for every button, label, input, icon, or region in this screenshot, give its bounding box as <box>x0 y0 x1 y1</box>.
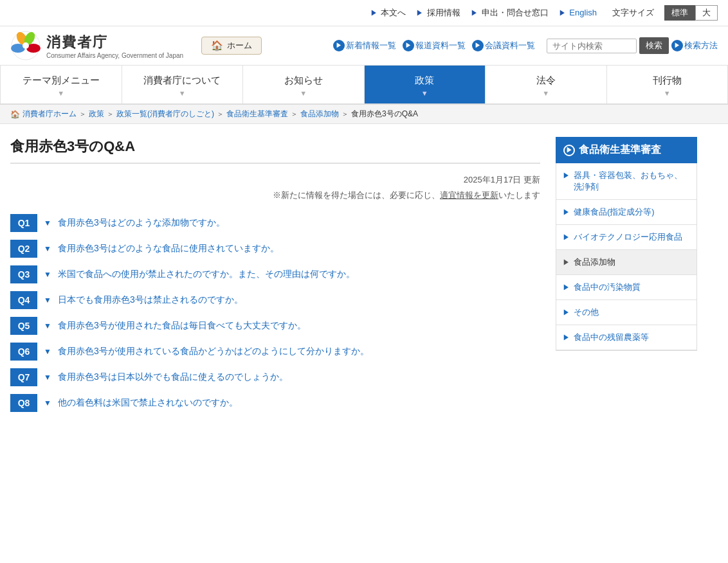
home-button[interactable]: 🏠 ホーム <box>201 37 262 55</box>
qa-link[interactable]: 食用赤色3号はどのような添加物ですか。 <box>58 217 225 229</box>
nav-item-theme[interactable]: テーマ別メニュー ▼ <box>0 66 122 103</box>
header-nav-links: ▶ 新着情報一覧 ▶ 報道資料一覧 ▶ 会議資料一覧 検索 ▶ 検索方法 <box>333 37 718 54</box>
logo-icon <box>10 30 41 61</box>
qa-arrow-icon: ▼ <box>44 244 51 253</box>
top-link-moushide[interactable]: ▶ 申出・問合せ窓口 <box>471 7 549 19</box>
arrow-icon: ▶ <box>563 233 570 242</box>
sidebar-title-icon: ▶ <box>563 145 575 156</box>
qa-badge: Q4 <box>10 291 37 309</box>
qa-item: Q1 ▼ 食用赤色3号はどのような添加物ですか。 <box>10 214 540 232</box>
content-area: 食用赤色3号のQ&A 2025年1月17日 更新 ※新たに情報を得た場合には、必… <box>10 137 540 412</box>
qa-link[interactable]: 食用赤色3号は日本以外でも食品に使えるのでしょうか。 <box>58 371 288 383</box>
qa-link[interactable]: 米国で食品への使用が禁止されたのですか。また、その理由は何ですか。 <box>58 269 355 280</box>
font-size-large-button[interactable]: 大 <box>695 5 718 21</box>
search-method-link[interactable]: ▶ 検索方法 <box>671 40 718 51</box>
header-right: ▶ 新着情報一覧 ▶ 報道資料一覧 ▶ 会議資料一覧 検索 ▶ 検索方法 <box>333 37 718 54</box>
top-link-english[interactable]: ▶ English <box>559 8 597 18</box>
breadcrumb-sep: ＞ <box>341 109 349 119</box>
qa-arrow-icon: ▼ <box>44 373 51 382</box>
search-input[interactable] <box>547 39 637 53</box>
nav-item-about[interactable]: 消費者庁について ▼ <box>122 66 244 103</box>
search-box: 検索 ▶ 検索方法 <box>547 37 718 54</box>
qa-link[interactable]: 他の着色料は米国で禁止されないのですか。 <box>58 397 238 409</box>
logo-subtitle: Consumer Affairs Agency, Government of J… <box>46 52 183 59</box>
nav-item-publication[interactable]: 刊行物 ▼ <box>607 66 729 103</box>
qa-item: Q3 ▼ 米国で食品への使用が禁止されたのですか。また、その理由は何ですか。 <box>10 265 540 283</box>
breadcrumb-policy[interactable]: 政策 <box>89 109 104 120</box>
qa-item: Q2 ▼ 食用赤色3号はどのような食品に使用されていますか。 <box>10 240 540 258</box>
breadcrumb-policy-list[interactable]: 政策一覧(消費者庁のしごと) <box>116 109 214 120</box>
nav-item-news[interactable]: お知らせ ▼ <box>243 66 365 103</box>
sidebar-item-containers[interactable]: ▶ 器具・容器包装、おもちゃ、洗浄剤 <box>556 163 696 200</box>
arrow-icon: ▶ <box>563 171 570 181</box>
down-arrow-icon: ▼ <box>179 89 186 97</box>
breadcrumb-sep: ＞ <box>217 109 224 119</box>
breadcrumb-food-hygiene[interactable]: 食品衛生基準審査 <box>226 109 288 120</box>
qa-badge: Q1 <box>10 214 37 232</box>
qa-arrow-icon: ▼ <box>44 270 51 279</box>
shinchaku-link[interactable]: ▶ 新着情報一覧 <box>333 40 396 51</box>
circle-arrow-icon: ▶ <box>333 40 345 51</box>
breadcrumb-sep: ＞ <box>107 109 114 119</box>
qa-badge: Q2 <box>10 240 37 258</box>
font-size-controls: 標準 大 <box>664 5 718 21</box>
down-arrow-icon: ▼ <box>57 89 64 97</box>
main-nav: テーマ別メニュー ▼ 消費者庁について ▼ お知らせ ▼ 政策 ▼ 法令 ▼ 刊… <box>0 66 728 105</box>
page-title: 食用赤色3号のQ&A <box>10 137 540 164</box>
qa-link[interactable]: 日本でも食用赤色3号は禁止されるのですか。 <box>58 294 243 306</box>
sidebar: ▶ 食品衛生基準審査 ▶ 器具・容器包装、おもちゃ、洗浄剤 ▶ 健康食品(指定成… <box>556 137 697 412</box>
qa-list: Q1 ▼ 食用赤色3号はどのような添加物ですか。 Q2 ▼ 食用赤色3号はどのよ… <box>10 214 540 412</box>
arrow-icon: ▶ <box>370 9 378 17</box>
top-link-saiyou[interactable]: ▶ 採用情報 <box>416 7 460 19</box>
sidebar-title: ▶ 食品衛生基準審査 <box>556 137 697 163</box>
qa-badge: Q8 <box>10 394 37 412</box>
home-breadcrumb-icon: 🏠 <box>10 110 20 119</box>
nav-item-law[interactable]: 法令 ▼ <box>486 66 607 103</box>
top-link-honbun[interactable]: ▶ 本文へ <box>370 7 406 19</box>
qa-item: Q4 ▼ 日本でも食用赤色3号は禁止されるのですか。 <box>10 291 540 309</box>
breadcrumb-food-additive[interactable]: 食品添加物 <box>300 109 339 120</box>
circle-arrow-icon: ▶ <box>472 40 484 51</box>
qa-arrow-icon: ▼ <box>44 321 51 330</box>
qa-badge: Q5 <box>10 317 37 335</box>
sidebar-item-health-food[interactable]: ▶ 健康食品(指定成分等) <box>556 200 696 225</box>
down-arrow-icon: ▼ <box>421 89 428 97</box>
kaigi-link[interactable]: ▶ 会議資料一覧 <box>472 40 535 51</box>
qa-badge: Q7 <box>10 368 37 386</box>
houdou-link[interactable]: ▶ 報道資料一覧 <box>403 40 466 51</box>
circle-arrow-icon: ▶ <box>671 40 683 51</box>
nav-item-policy[interactable]: 政策 ▼ <box>365 66 486 103</box>
arrow-icon: ▶ <box>563 258 570 267</box>
sidebar-item-other[interactable]: ▶ その他 <box>556 300 696 325</box>
house-icon: 🏠 <box>211 40 223 51</box>
qa-arrow-icon: ▼ <box>44 347 51 356</box>
qa-link[interactable]: 食用赤色3号はどのような食品に使用されていますか。 <box>58 243 279 255</box>
font-size-standard-button[interactable]: 標準 <box>664 5 695 21</box>
main-content: 食用赤色3号のQ&A 2025年1月17日 更新 ※新たに情報を得た場合には、必… <box>0 124 707 438</box>
sidebar-item-biotech[interactable]: ▶ バイオテクノロジー応用食品 <box>556 225 696 250</box>
breadcrumb-current: 食用赤色3号のQ&A <box>351 109 418 120</box>
logo-title: 消費者庁 <box>46 33 183 52</box>
breadcrumb-home[interactable]: 消費者庁ホーム <box>23 109 77 120</box>
sidebar-item-pesticides[interactable]: ▶ 食品中の残留農薬等 <box>556 325 696 350</box>
breadcrumb-sep: ＞ <box>291 109 298 119</box>
sidebar-item-food-additives[interactable]: ▶ 食品添加物 <box>556 250 696 275</box>
arrow-icon: ▶ <box>471 9 478 17</box>
qa-arrow-icon: ▼ <box>44 219 51 228</box>
arrow-icon: ▶ <box>563 208 570 217</box>
qa-arrow-icon: ▼ <box>44 296 51 305</box>
arrow-icon: ▶ <box>559 9 566 17</box>
logo-text: 消費者庁 Consumer Affairs Agency, Government… <box>46 33 183 59</box>
arrow-icon: ▶ <box>563 283 570 292</box>
arrow-icon: ▶ <box>563 308 570 317</box>
search-button[interactable]: 検索 <box>639 37 669 54</box>
qa-link[interactable]: 食用赤色3号が使用された食品は毎日食べても大丈夫ですか。 <box>58 320 306 332</box>
top-bar: ▶ 本文へ ▶ 採用情報 ▶ 申出・問合せ窓口 ▶ English 文字サイズ … <box>0 0 728 26</box>
arrow-icon: ▶ <box>416 9 423 17</box>
sidebar-item-contaminants[interactable]: ▶ 食品中の汚染物質 <box>556 275 696 300</box>
breadcrumb-sep: ＞ <box>79 109 86 119</box>
logo-area: 消費者庁 Consumer Affairs Agency, Government… <box>10 30 262 61</box>
sidebar-items: ▶ 器具・容器包装、おもちゃ、洗浄剤 ▶ 健康食品(指定成分等) ▶ バイオテク… <box>556 163 697 351</box>
qa-badge: Q3 <box>10 265 37 283</box>
qa-link[interactable]: 食用赤色3号が使用されている食品かどうかはどのようにして分かりますか。 <box>58 346 369 357</box>
